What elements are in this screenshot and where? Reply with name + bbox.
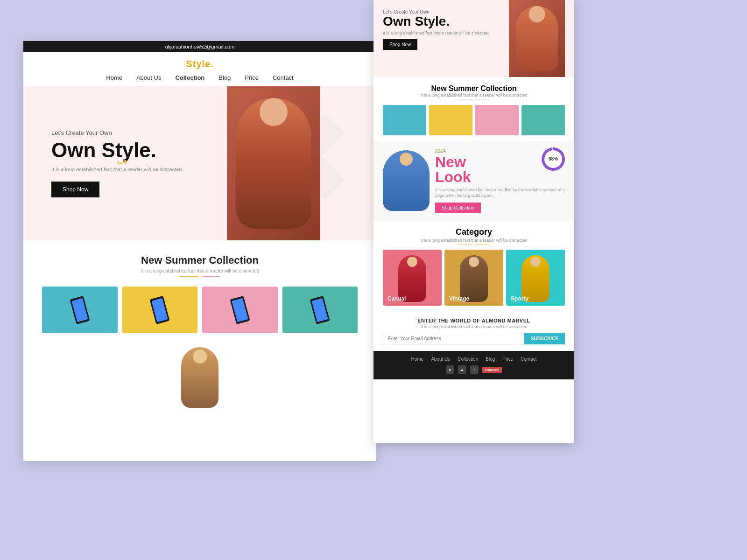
sec-card-grid [383, 105, 565, 135]
subscribe-section: ENTER THE WORLD OF ALMOND MARVEL It is a… [374, 311, 574, 351]
sec-card-2[interactable] [429, 105, 472, 135]
email-input[interactable] [383, 333, 522, 344]
cat-divider-right [475, 245, 489, 245]
footer-nav: Home About Us Collection Blog Price Cont… [383, 357, 565, 362]
hero-tagline: Let's Create Your Own [51, 129, 182, 136]
sporty-label: Sporty [511, 295, 529, 302]
category-card-vintage[interactable]: Vintage [444, 250, 503, 306]
subscribe-form: SUBSCRICE [383, 333, 565, 344]
vintage-label: Vintage [449, 295, 469, 302]
sec-collection-subtitle: It is a long established fact that a rea… [383, 93, 565, 98]
vintage-shape [460, 255, 488, 302]
sec-collection-title: New Summer Collection [383, 84, 565, 93]
footer-social: ● ▲ f #almond [383, 365, 565, 374]
contact-email: alijafashionhow52@gmail.com [165, 44, 235, 49]
footer-nav-about[interactable]: About Us [431, 357, 450, 362]
category-card-casual[interactable]: Casual [383, 250, 442, 306]
nav-blog[interactable]: Blog [218, 74, 231, 81]
sec-hero-subtitle: It is a long established fact that a rea… [383, 31, 490, 35]
footer-nav-blog[interactable]: Blog [486, 357, 495, 362]
sec-hero-section: Let's Create Your Own Own Style. It is a… [374, 0, 574, 77]
progress-indicator: 98% [542, 147, 565, 171]
sec-cat-grid: Casual Vintage Sporty [383, 250, 565, 306]
logo: Style. [42, 59, 358, 70]
sec-cat-divider [383, 245, 565, 245]
social-tag[interactable]: #almond [482, 367, 502, 373]
card-inner-1 [42, 287, 118, 333]
sec-hero-title: Own Style. [383, 14, 490, 29]
sec-new-look-section: 2024 New Look It is a long established f… [374, 141, 574, 221]
sec-new-look-title-black: New [435, 154, 466, 170]
casual-label: Casual [388, 295, 406, 302]
twitter-icon[interactable]: ▲ [458, 365, 466, 374]
collection-section: New Summer Collection It is a long estab… [23, 240, 376, 343]
nav-price[interactable]: Price [245, 74, 259, 81]
nav-collection[interactable]: Collection [175, 74, 204, 81]
sec-divider-right [475, 99, 489, 100]
sec-shop-button[interactable]: Shop Now [383, 39, 417, 50]
category-card-sporty[interactable]: Sporty [506, 250, 565, 306]
sporty-shape [521, 255, 550, 302]
secondary-browser-window: Let's Create Your Own Own Style. It is a… [374, 0, 574, 443]
sec-card-3[interactable] [475, 105, 519, 135]
collection-card-1[interactable] [42, 287, 118, 333]
collection-title: New Summer Collection [42, 254, 358, 266]
main-nav: Home About Us Collection Blog Price Cont… [42, 74, 358, 81]
sec-category-subtitle: It is a long established fact that a rea… [383, 238, 565, 243]
phone-mockup-1 [70, 296, 90, 324]
sec-hero-content: Let's Create Your Own Own Style. It is a… [383, 9, 490, 50]
card-inner-2 [122, 287, 198, 333]
footer-nav-collection[interactable]: Collection [458, 357, 478, 362]
card-inner-4 [282, 287, 358, 333]
figure-shape [236, 98, 311, 229]
progress-circle: 98% [542, 147, 565, 171]
bottom-fashion-figure [181, 347, 218, 408]
collection-card-2[interactable] [122, 287, 198, 333]
instagram-icon[interactable]: ● [446, 365, 454, 374]
nav-contact[interactable]: Contact [273, 74, 294, 81]
subscribe-button[interactable]: SUBSCRICE [524, 333, 565, 344]
collection-card-4[interactable] [282, 287, 358, 333]
collection-card-3[interactable] [202, 287, 278, 333]
collection-grid [42, 287, 358, 333]
sec-new-look-title-pink: Look [435, 168, 471, 185]
hero-text: Let's Create Your Own ↪ Own Style. It is… [23, 111, 210, 216]
nav-about[interactable]: About Us [136, 74, 161, 81]
sec-divider [383, 99, 565, 100]
collection-subtitle: It is a long established fact that a rea… [42, 268, 358, 273]
sec-figure-shape [516, 6, 558, 71]
sec-new-look-figure [383, 150, 430, 211]
bottom-section [23, 343, 376, 408]
sec-collection-section: New Summer Collection It is a long estab… [374, 77, 574, 141]
phone-mockup-3 [230, 296, 250, 324]
main-browser-window: alijafashionhow52@gmail.com Style. Home … [23, 41, 376, 461]
subscribe-subtitle: It is a long established fact that a rea… [383, 324, 565, 329]
subscribe-title: ENTER THE WORLD OF ALMOND MARVEL [383, 318, 565, 323]
progress-value: 98% [544, 150, 562, 168]
divider-right [202, 276, 220, 277]
section-divider [42, 276, 358, 277]
footer-nav-contact[interactable]: Contact [521, 357, 536, 362]
top-bar: alijafashionhow52@gmail.com [23, 41, 376, 52]
sec-category-section: Category It is a long established fact t… [374, 221, 574, 312]
sec-hero-figure [509, 0, 565, 77]
hero-section: Let's Create Your Own ↪ Own Style. It is… [23, 86, 376, 240]
facebook-icon[interactable]: f [470, 365, 479, 374]
phone-mockup-4 [310, 296, 330, 324]
footer-nav-home[interactable]: Home [411, 357, 423, 362]
shop-now-button[interactable]: Shop Now [51, 182, 99, 197]
main-header: Style. Home About Us Collection Blog Pri… [23, 52, 376, 86]
sec-footer: Home About Us Collection Blog Price Cont… [374, 351, 574, 379]
card-inner-3 [202, 287, 278, 333]
nav-home[interactable]: Home [106, 74, 122, 81]
footer-nav-price[interactable]: Price [502, 357, 513, 362]
hero-fashion-figure [227, 86, 320, 240]
sec-card-4[interactable] [521, 105, 565, 135]
sec-shop-collection-button[interactable]: Shop Collection [435, 203, 481, 213]
divider-left [179, 276, 198, 277]
hero-subtitle: It is a long established fact that a rea… [51, 167, 182, 172]
cat-divider-left [458, 245, 472, 245]
casual-shape [398, 255, 426, 302]
sec-divider-left [458, 99, 472, 100]
sec-card-1[interactable] [383, 105, 426, 135]
